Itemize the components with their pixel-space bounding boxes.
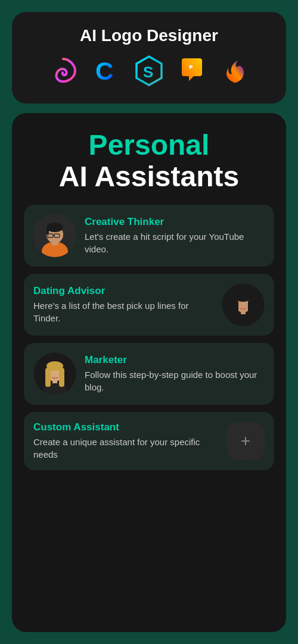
svg-point-17 <box>235 292 252 302</box>
svg-text:S: S <box>143 63 153 81</box>
s-box-icon: S <box>133 55 165 87</box>
custom-desc: Create a unique assistant for your speci… <box>33 436 218 461</box>
marketer-role: Marketer <box>85 354 265 366</box>
creative-role: Creative Thinker <box>85 216 265 228</box>
marketer-desc: Follow this step-by-step guide to boost … <box>85 368 265 393</box>
assistants-list: Creative Thinker Let's create a hit scri… <box>24 205 274 470</box>
assistant-card-dating[interactable]: Dating Advisor Here's a list of the best… <box>24 274 274 336</box>
plus-icon: + <box>241 433 250 449</box>
assistant-text-creative: Creative Thinker Let's create a hit scri… <box>85 216 265 255</box>
spiral-icon <box>47 55 79 87</box>
title-line2: AI Assistants <box>59 161 239 193</box>
svg-rect-8 <box>46 227 49 235</box>
avatar-creative <box>33 214 76 257</box>
svg-rect-18 <box>248 300 253 318</box>
logo-card: AI Logo Designer <box>12 12 286 104</box>
title-line1: Personal <box>59 130 239 161</box>
svg-text:C: C <box>95 57 113 85</box>
assistant-text-marketer: Marketer Follow this step-by-step guide … <box>85 354 265 393</box>
svg-rect-16 <box>234 300 238 318</box>
dating-role: Dating Advisor <box>33 285 213 297</box>
logo-title: AI Logo Designer <box>80 26 218 45</box>
custom-role: Custom Assistant <box>33 421 218 433</box>
avatar-marketer <box>33 352 76 395</box>
svg-rect-23 <box>45 368 51 387</box>
main-card: Personal AI Assistants <box>12 113 286 632</box>
logo-icons-row: C S <box>47 55 251 87</box>
custom-text: Custom Assistant Create a unique assista… <box>33 421 218 461</box>
c-letter-icon: C <box>90 55 122 87</box>
svg-point-7 <box>46 223 63 232</box>
svg-rect-25 <box>59 368 64 387</box>
assistant-card-custom[interactable]: Custom Assistant Create a unique assista… <box>24 412 274 470</box>
add-assistant-button[interactable]: + <box>226 422 265 460</box>
assistant-text-dating: Dating Advisor Here's a list of the best… <box>33 285 213 324</box>
main-title: Personal AI Assistants <box>59 130 239 193</box>
dating-desc: Here's a list of the best pick up lines … <box>33 299 213 324</box>
assistant-card-creative[interactable]: Creative Thinker Let's create a hit scri… <box>24 205 274 267</box>
chat-bubble-icon <box>176 55 208 87</box>
creative-desc: Let's create a hit script for your YouTu… <box>85 230 265 255</box>
assistant-card-marketer[interactable]: Marketer Follow this step-by-step guide … <box>24 343 274 405</box>
avatar-dating <box>222 283 265 326</box>
flame-icon <box>219 55 251 87</box>
